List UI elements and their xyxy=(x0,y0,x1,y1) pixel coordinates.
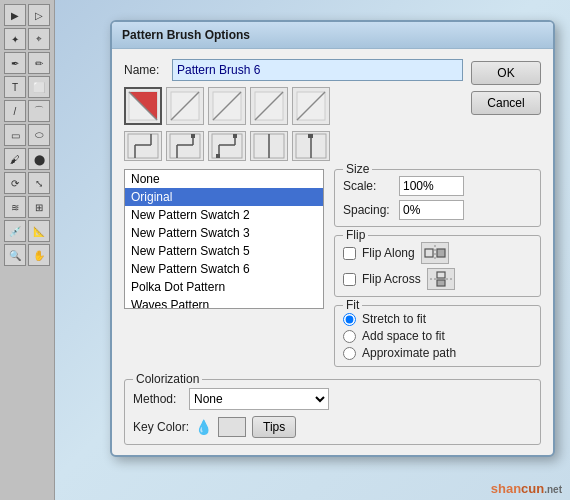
ellipse-tool-icon[interactable]: ⬭ xyxy=(28,124,50,146)
add-space-label: Add space to fit xyxy=(362,329,445,343)
blob-brush-icon[interactable]: ⬤ xyxy=(28,148,50,170)
list-item-swatch6[interactable]: New Pattern Swatch 6 xyxy=(125,260,323,278)
pattern-list[interactable]: None Original New Pattern Swatch 2 New P… xyxy=(124,169,324,309)
rotate-tool-icon[interactable]: ⟳ xyxy=(4,172,26,194)
svg-rect-30 xyxy=(308,134,313,138)
arc-tool-icon[interactable]: ⌒ xyxy=(28,100,50,122)
tile-buttons-row1 xyxy=(124,87,463,125)
brush-tool-icon[interactable]: 🖌 xyxy=(4,148,26,170)
zoom-tool-icon[interactable]: 🔍 xyxy=(4,244,26,266)
name-input[interactable] xyxy=(172,59,463,81)
flip-group: Flip Flip Along xyxy=(334,235,541,297)
approx-path-label: Approximate path xyxy=(362,346,456,360)
add-space-radio[interactable] xyxy=(343,330,356,343)
stretch-to-fit-radio[interactable] xyxy=(343,313,356,326)
list-item-waves[interactable]: Waves Pattern xyxy=(125,296,323,309)
svg-rect-31 xyxy=(425,249,433,257)
tool-pair-8: ⟳ ⤡ xyxy=(4,172,50,194)
fit-row-2: Add space to fit xyxy=(343,329,532,343)
flip-across-row: Flip Across xyxy=(343,268,532,290)
fit-row-3: Approximate path xyxy=(343,346,532,360)
end-tile-btn[interactable] xyxy=(292,87,330,125)
type-tool-icon[interactable]: T xyxy=(4,76,26,98)
warp-tool-icon[interactable]: ≋ xyxy=(4,196,26,218)
eyedropper-tool-icon[interactable]: 💉 xyxy=(4,220,26,242)
pencil-icon[interactable]: ✏ xyxy=(28,52,50,74)
content-area: None Original New Pattern Swatch 2 New P… xyxy=(124,169,541,367)
fit-row-1: Stretch to fit xyxy=(343,312,532,326)
start-tile-btn[interactable] xyxy=(250,87,288,125)
svg-rect-34 xyxy=(437,272,445,278)
list-item-swatch2[interactable]: New Pattern Swatch 2 xyxy=(125,206,323,224)
flip-along-row: Flip Along xyxy=(343,242,532,264)
approx-path-radio[interactable] xyxy=(343,347,356,360)
method-row: Method: None Tints Tints and Shades Hue … xyxy=(133,388,532,410)
name-label: Name: xyxy=(124,63,164,77)
scale-input[interactable] xyxy=(399,176,464,196)
tool-pair-4: T ⬜ xyxy=(4,76,50,98)
tool-pair-3: ✒ ✏ xyxy=(4,52,50,74)
watermark: shancun.net xyxy=(491,481,562,496)
cancel-button[interactable]: Cancel xyxy=(471,91,541,115)
key-color-label: Key Color: xyxy=(133,420,189,434)
area-type-icon[interactable]: ⬜ xyxy=(28,76,50,98)
spacing-label: Spacing: xyxy=(343,203,393,217)
tool-pair-7: 🖌 ⬤ xyxy=(4,148,50,170)
scale-label: Scale: xyxy=(343,179,393,193)
svg-rect-11 xyxy=(128,134,158,158)
connector-tile-4[interactable] xyxy=(250,131,288,161)
right-controls: Size Scale: Spacing: Flip Flip A xyxy=(334,169,541,367)
watermark-text: shan xyxy=(491,481,521,496)
tool-pair-10: 💉 📐 xyxy=(4,220,50,242)
svg-rect-24 xyxy=(216,154,220,158)
scale-tool-icon[interactable]: ⤡ xyxy=(28,172,50,194)
connector-tile-3[interactable] xyxy=(208,131,246,161)
tool-pair-6: ▭ ⬭ xyxy=(4,124,50,146)
magic-wand-icon[interactable]: ✦ xyxy=(4,28,26,50)
lasso-icon[interactable]: ⌖ xyxy=(28,28,50,50)
ok-button[interactable]: OK xyxy=(471,61,541,85)
watermark-accent: cun xyxy=(521,481,544,496)
svg-rect-15 xyxy=(170,134,200,158)
tips-button[interactable]: Tips xyxy=(252,416,296,438)
colorization-label: Colorization xyxy=(133,372,202,386)
method-select[interactable]: None Tints Tints and Shades Hue Shift xyxy=(189,388,329,410)
line-tool-icon[interactable]: / xyxy=(4,100,26,122)
spacing-input[interactable] xyxy=(399,200,464,220)
selection-tool-icon[interactable]: ▶ xyxy=(4,4,26,26)
flip-along-label: Flip Along xyxy=(362,246,415,260)
list-item-original[interactable]: Original xyxy=(125,188,323,206)
measure-tool-icon[interactable]: 📐 xyxy=(28,220,50,242)
list-item-polka[interactable]: Polka Dot Pattern xyxy=(125,278,323,296)
direct-select-icon[interactable]: ▷ xyxy=(28,4,50,26)
blend-tool-icon[interactable]: ⊞ xyxy=(28,196,50,218)
colorization-group: Colorization Method: None Tints Tints an… xyxy=(124,379,541,445)
flip-across-label: Flip Across xyxy=(362,272,421,286)
svg-rect-25 xyxy=(233,134,237,138)
eyedropper-icon[interactable]: 💧 xyxy=(195,419,212,435)
connector-tile-1[interactable] xyxy=(124,131,162,161)
flip-across-checkbox[interactable] xyxy=(343,273,356,286)
svg-rect-19 xyxy=(191,134,195,138)
side-tile-btn[interactable] xyxy=(124,87,162,125)
hand-tool-icon[interactable]: ✋ xyxy=(28,244,50,266)
fit-group: Fit Stretch to fit Add space to fit Appr… xyxy=(334,305,541,367)
tool-pair-2: ✦ ⌖ xyxy=(4,28,50,50)
connector-tile-2[interactable] xyxy=(166,131,204,161)
scale-row: Scale: xyxy=(343,176,532,196)
pattern-brush-dialog: Pattern Brush Options Name: xyxy=(110,20,555,457)
inner-corner-tile-btn[interactable] xyxy=(208,87,246,125)
list-item[interactable]: None xyxy=(125,170,323,188)
outer-corner-tile-btn[interactable] xyxy=(166,87,204,125)
flip-along-checkbox[interactable] xyxy=(343,247,356,260)
rect-tool-icon[interactable]: ▭ xyxy=(4,124,26,146)
size-group-label: Size xyxy=(343,162,372,176)
tile-buttons-row2 xyxy=(124,131,463,161)
pen-tool-icon[interactable]: ✒ xyxy=(4,52,26,74)
connector-tile-5[interactable] xyxy=(292,131,330,161)
list-item-swatch5[interactable]: New Pattern Swatch 5 xyxy=(125,242,323,260)
spacing-row: Spacing: xyxy=(343,200,532,220)
list-item-swatch3[interactable]: New Pattern Swatch 3 xyxy=(125,224,323,242)
svg-rect-35 xyxy=(437,280,445,286)
key-color-swatch[interactable] xyxy=(218,417,246,437)
